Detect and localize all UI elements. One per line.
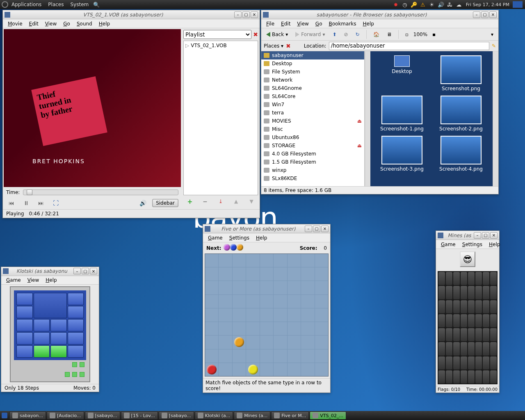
five-cell[interactable] [260, 295, 273, 308]
five-cell[interactable] [246, 322, 259, 335]
update-icon[interactable]: ✸ [392, 1, 399, 8]
mine-cell[interactable] [490, 328, 497, 341]
mine-cell[interactable] [438, 286, 445, 299]
file-item[interactable]: Screenshot-2.png [434, 96, 488, 132]
five-cell[interactable] [315, 281, 328, 294]
five-cell[interactable] [288, 349, 301, 363]
five-cell[interactable] [301, 336, 314, 349]
panel-menu-places[interactable]: Places [45, 2, 67, 7]
menu-edit[interactable]: Edit [26, 21, 42, 27]
five-cell[interactable] [219, 295, 232, 308]
five-cell[interactable] [315, 267, 328, 281]
maximize-button[interactable]: ▢ [242, 11, 250, 18]
mine-cell[interactable] [468, 370, 475, 383]
file-item[interactable]: Screenshot-1.png [374, 96, 429, 132]
task-button[interactable]: Mines (a... [234, 411, 270, 420]
menu-help[interactable]: Help [96, 21, 113, 27]
five-cell[interactable] [274, 254, 287, 267]
mine-cell[interactable] [490, 342, 497, 355]
close-button[interactable]: × [251, 11, 258, 18]
mine-cell[interactable] [483, 356, 489, 370]
five-cell[interactable] [205, 281, 218, 294]
mine-cell[interactable] [453, 300, 460, 313]
move-up-icon[interactable]: ▲ [233, 198, 240, 205]
titlebar[interactable]: VTS_02_1.VOB (as sabayonuser) – ▢ × [3, 10, 260, 19]
mine-cell[interactable] [490, 272, 497, 285]
five-cell[interactable] [274, 336, 287, 349]
mines-grid[interactable] [438, 271, 498, 384]
menu-help[interactable]: Help [486, 242, 503, 247]
titlebar[interactable]: Mines (as – ▢ × [436, 231, 499, 240]
mine-cell[interactable] [461, 286, 467, 299]
menu-game[interactable]: Game [3, 277, 24, 283]
mine-cell[interactable] [483, 342, 489, 355]
mine-cell[interactable] [490, 286, 497, 299]
mine-cell[interactable] [461, 314, 467, 327]
five-cell[interactable] [246, 254, 259, 267]
mines-face-button[interactable]: 😎 [460, 251, 475, 267]
five-cell[interactable] [274, 267, 287, 281]
five-cell[interactable] [205, 336, 218, 349]
five-cell[interactable] [315, 295, 328, 308]
menu-settings[interactable]: Settings [226, 235, 253, 241]
mine-cell[interactable] [475, 356, 482, 370]
mine-cell[interactable] [490, 314, 497, 327]
zoom-in-button[interactable]: ▪ [430, 31, 438, 38]
five-cell[interactable] [288, 267, 301, 281]
remove-icon[interactable]: － [201, 198, 209, 205]
five-cell[interactable] [205, 267, 218, 281]
five-cell[interactable] [246, 267, 259, 281]
brightness-icon[interactable]: ☀ [428, 1, 436, 8]
five-cell[interactable] [301, 322, 314, 335]
menu-go[interactable]: Go [312, 21, 326, 27]
menu-file[interactable]: File [263, 21, 278, 27]
mine-cell[interactable] [483, 370, 489, 383]
place-item[interactable]: Network [261, 76, 364, 84]
volume-button[interactable]: 🔊 [137, 199, 148, 208]
five-cell[interactable] [315, 254, 328, 267]
close-button[interactable]: × [90, 268, 97, 274]
up-button[interactable]: ⬆ [330, 31, 339, 38]
place-item[interactable]: 1.5 GB Filesystem [261, 158, 364, 166]
clock-tray-icon[interactable]: ◷ [401, 1, 409, 8]
show-desktop-icon[interactable] [2, 413, 7, 418]
video-area[interactable]: Thief turned in by father BRET HOPKINS [4, 29, 181, 187]
mine-cell[interactable] [453, 272, 460, 285]
mine-cell[interactable] [468, 272, 475, 285]
five-cell[interactable] [260, 254, 273, 267]
five-cell[interactable] [315, 322, 328, 335]
minimize-button[interactable]: – [305, 226, 312, 232]
close-button[interactable]: × [489, 11, 497, 18]
minimize-button[interactable]: – [474, 232, 481, 239]
mine-cell[interactable] [438, 300, 445, 313]
place-item[interactable]: Desktop [261, 59, 364, 68]
mine-cell[interactable] [446, 286, 452, 299]
mine-cell[interactable] [461, 272, 467, 285]
back-button[interactable]: Back ▾ [264, 31, 290, 38]
file-item[interactable]: Screenshot-4.png [434, 136, 488, 172]
five-cell[interactable] [315, 349, 328, 363]
eject-icon[interactable]: ⏏ [357, 143, 362, 148]
eject-icon[interactable]: ⏏ [357, 118, 362, 124]
mine-cell[interactable] [475, 342, 482, 355]
five-cell[interactable] [205, 254, 218, 267]
close-button[interactable]: × [490, 232, 498, 239]
five-cell[interactable] [219, 336, 232, 349]
place-item[interactable]: Misc [261, 125, 364, 133]
five-cell[interactable] [260, 267, 273, 281]
five-cell[interactable] [301, 363, 314, 376]
mine-cell[interactable] [475, 286, 482, 299]
mine-cell[interactable] [468, 314, 475, 327]
mine-cell[interactable] [483, 286, 489, 299]
place-item[interactable]: File System [261, 68, 364, 76]
five-cell[interactable] [260, 322, 273, 335]
playlist-item[interactable]: ▷ VTS_02_1.VOB [185, 43, 256, 48]
minimize-button[interactable]: – [234, 11, 242, 18]
mine-cell[interactable] [490, 300, 497, 313]
mine-cell[interactable] [483, 328, 489, 341]
mine-cell[interactable] [438, 328, 445, 341]
close-button[interactable]: × [321, 226, 329, 232]
view-mode-button[interactable]: ▾ [488, 31, 496, 38]
five-cell[interactable] [274, 308, 287, 322]
warning-icon[interactable]: ⚠ [419, 1, 427, 8]
